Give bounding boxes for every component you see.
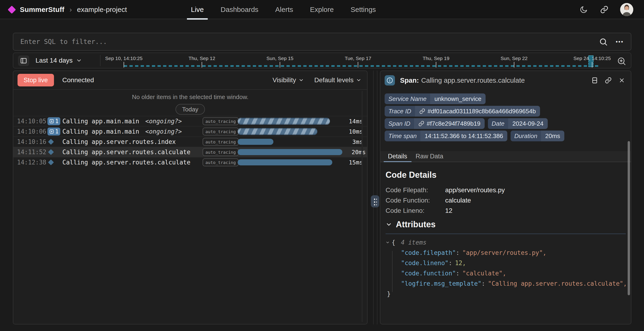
time-span-badge: Time span 14:11:52.366 to 14:11:52.386 [384,130,507,141]
plus-square-icon [49,119,54,124]
json-attribute-line: "logfire.msg_template":"Calling app.serv… [386,278,626,289]
empty-window-message: No older items in the selected time wind… [13,94,367,101]
tag-badge[interactable]: auto_tracing [202,138,238,146]
scrollbar[interactable] [628,141,630,295]
json-indent-guide [392,251,392,292]
link-icon [419,108,425,114]
span-title: Span:Calling app.server.routes.calculate [400,76,525,84]
tag-badge[interactable]: auto_tracing [202,158,238,166]
filter-actions: ••• [599,37,631,46]
table-row[interactable]: 14:10:05 1 Calling app.main.main<ongoing… [13,116,367,126]
link-icon[interactable] [600,5,609,14]
duration-badge: Duration 20ms [510,130,564,141]
tab-explore[interactable]: Explore [306,0,338,19]
sql-filter-input[interactable] [13,33,599,50]
tag-badge[interactable]: auto_tracing [202,148,238,156]
today-button[interactable]: Today [176,104,205,115]
visibility-dropdown[interactable]: Visibility [272,76,304,84]
duration-bar [238,149,342,155]
span-diamond-icon [48,139,54,144]
trace-rows: 14:10:05 1 Calling app.main.main<ongoing… [13,116,367,167]
chevron-down-icon [386,221,392,228]
ongoing-flag: <ongoing?> [145,128,182,135]
link-icon[interactable] [604,76,612,84]
table-row-selected[interactable]: 14:11:52 Calling app.server.routes.calcu… [13,147,367,157]
breadcrumb-separator: › [70,6,72,14]
duration-bar [238,118,330,125]
tab-raw-data[interactable]: Raw Data [412,151,448,162]
date-badge: Date 2024-09-24 [488,118,548,129]
json-close-line: } [386,289,626,299]
breadcrumb: SummerStuff › example-project [9,0,127,19]
grip-dots-icon [373,198,377,205]
service-name-badge: Service Name unknown_service [384,94,486,104]
table-row[interactable]: 14:10:16 Calling app.server.routes.index… [13,136,367,147]
span-meta-badges: Service Name unknown_service Trace ID #d… [384,94,564,141]
span-id-badge[interactable]: Span ID #f7c8e294f7489b19 [384,118,485,129]
duration-bar [238,139,274,145]
chevron-down-icon [356,77,362,83]
tab-details[interactable]: Details [384,151,412,162]
splitter-grip[interactable] [371,195,379,208]
tag-badge[interactable]: auto_tracing [202,128,238,136]
trace-id-badge[interactable]: Trace ID #df01acad0311189c8b66a466d96965… [384,106,540,116]
json-attribute-line: "code.lineno":12, [386,258,626,268]
zoom-in-icon[interactable] [616,56,627,66]
code-details-section: Code Details Code Filepath: app/server/r… [386,170,505,216]
empty-window-block: No older items in the selected time wind… [13,90,367,116]
timeline-axis[interactable]: Sep 10, 14:10:25 Thu, Sep 12 Sun, Sep 15… [13,53,631,68]
scrollbar[interactable] [362,91,363,322]
top-nav: SummerStuff › example-project Live Dashb… [0,0,644,19]
project-name[interactable]: example-project [77,6,127,14]
json-attribute-line: "code.function":"calculate", [386,268,626,278]
span-detail-header: Span:Calling app.server.routes.calculate [380,71,631,90]
attributes-toggle[interactable]: Attributes [386,220,626,230]
stop-live-button[interactable]: Stop live [18,74,54,86]
brand-logo-icon [8,5,16,14]
live-panel: Stop live Connected Visibility Default l… [13,70,368,324]
duration-bar [238,159,332,166]
code-details-heading: Code Details [386,170,505,180]
org-name[interactable]: SummerStuff [20,6,64,14]
span-diamond-icon [48,149,54,155]
tab-live[interactable]: Live [187,0,208,19]
table-row[interactable]: 14:10:06 1 Calling app.main.main<ongoing… [13,126,367,136]
attributes-json-viewer: { 4 items "code.filepath":"app/server/ro… [386,237,626,299]
time-range-bar: Last 14 days Sep 10, 14:10:25 Thu, Sep 1… [13,52,632,68]
code-function-row: Code Function: calculate [386,195,505,206]
connection-status: Connected [62,76,94,84]
attributes-heading: Attributes [396,220,436,230]
table-row[interactable]: 14:12:38 Calling app.server.routes.calcu… [13,157,367,167]
plus-square-icon [49,129,54,134]
attributes-section: Attributes { 4 items "code.filepath":"ap… [386,220,626,299]
collapse-caret-icon[interactable] [386,240,390,244]
detail-tabs: Details Raw Data [380,151,631,162]
nav-actions [579,0,633,19]
timeline-activity-line [124,65,600,67]
tag-badge[interactable]: auto_tracing [202,117,238,125]
search-icon[interactable] [599,37,608,46]
tab-dashboards[interactable]: Dashboards [216,0,262,19]
ongoing-flag: <ongoing?> [145,118,182,125]
expand-children-badge[interactable]: 1 [48,117,60,125]
json-root-line[interactable]: { 4 items [386,237,626,248]
close-icon[interactable] [618,76,626,84]
ellipsis-menu-icon[interactable]: ••• [615,37,624,46]
link-icon [418,120,424,126]
app-root: SummerStuff › example-project Live Dashb… [0,0,644,331]
tab-alerts[interactable]: Alerts [271,0,297,19]
span-detail-panel: Span:Calling app.server.routes.calculate… [380,70,632,324]
section-divider [386,234,626,234]
user-avatar[interactable] [620,3,633,16]
moon-icon[interactable] [579,5,588,14]
code-filepath-row: Code Filepath: app/server/routes.py [386,185,505,195]
tab-settings[interactable]: Settings [346,0,380,19]
split-panel-icon[interactable] [591,76,599,84]
default-levels-dropdown[interactable]: Default levels [314,76,362,84]
live-panel-header: Stop live Connected Visibility Default l… [13,71,367,90]
code-lineno-row: Code Lineno: 12 [386,206,505,216]
expand-children-badge[interactable]: 1 [48,128,60,136]
nav-tabs: Live Dashboards Alerts Explore Settings [187,0,380,19]
span-diamond-icon [48,159,54,165]
info-icon [384,75,395,86]
